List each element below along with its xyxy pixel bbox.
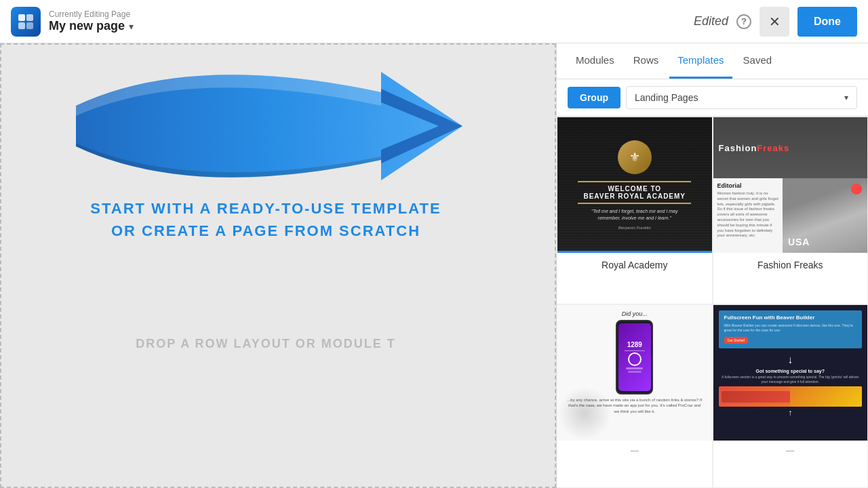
page-name-row: My new page ▾ [49,19,134,33]
templates-grid: ⚜ WELCOME TOBEAVER ROYAL ACADEMY "Tell m… [557,117,868,488]
blue-arrow-graphic [56,52,476,201]
tab-saved[interactable]: Saved [735,43,781,79]
page-info: Currently Editing Page My new page ▾ [49,9,134,33]
header-right: Edited ? ✕ Done [694,7,857,37]
header-left: Currently Editing Page My new page ▾ [11,7,134,37]
fullscreen-name: — [713,441,868,461]
fashion-freaks-thumb-bg: FashionFreaks Editorial Women fashion tr… [713,117,868,253]
royal-academy-header: WELCOME TOBEAVER ROYAL ACADEMY [578,181,691,204]
fashion-dot-accent [851,184,862,195]
royal-academy-progress-bar [557,251,712,253]
svg-rect-3 [26,22,33,29]
royal-academy-thumb-bg: ⚜ WELCOME TOBEAVER ROYAL ACADEMY "Tell m… [557,117,712,253]
fullscreen-thumbnail: Fullscreen Fun with Beaver Builder With … [713,305,868,441]
beaver-cta-text: Got something special to say? [755,369,825,373]
royal-academy-name: Royal Academy [557,253,712,277]
fashion-freaks-name: Fashion Freaks [713,253,868,277]
drop-text: DROP A ROW LAYOUT OR MODULE T [35,337,496,351]
fashion-text-side: Editorial Women fashion truly. It is no … [713,178,783,253]
phone-content: 1289 [625,341,645,373]
tab-templates[interactable]: Templates [669,43,732,79]
canvas-area[interactable]: START WITH A READY-TO-USE TEMPLATE OR CR… [0,43,556,488]
beaver-top-section: Fullscreen Fun with Beaver Builder With … [719,310,863,348]
template-card-fashion-freaks[interactable]: FashionFreaks Editorial Women fashion tr… [713,117,869,304]
page-name: My new page [49,19,125,33]
landing-pages-label: Landing Pages [635,92,698,103]
done-button[interactable]: Done [797,7,857,37]
svg-rect-2 [18,22,25,29]
beaver-get-started-label: Get Started [724,337,749,344]
fashion-top-section: FashionFreaks [713,117,868,178]
arrow-container [56,52,476,201]
fashion-freaks-thumbnail: FashionFreaks Editorial Women fashion tr… [713,117,868,253]
app-icon [11,7,41,37]
phone-mockup: 1289 [616,320,653,394]
tabs-bar: Modules Rows Templates Saved [557,43,868,79]
fashion-desc-text: Women fashion truly. It is no secret tha… [717,191,778,239]
fashion-image-side [783,178,867,253]
beaver-desc-text: With Beaver Builder you can create aweso… [724,323,857,332]
fashion-brand-label: FashionFreaks [719,143,790,153]
royal-academy-author: Benjamin Franklin [618,226,651,230]
beaver-bottom-section: ↓ Got something special to say? A fullsc… [719,351,863,435]
main-layout: START WITH A READY-TO-USE TEMPLATE OR CR… [0,43,868,488]
right-panel: Modules Rows Templates Saved Group Landi… [556,43,868,488]
royal-academy-quote: "Tell me and I forget, teach me and I ma… [589,208,681,222]
group-filter-button[interactable]: Group [568,87,620,108]
help-icon[interactable]: ? [736,14,751,29]
app-template-name: — [557,441,712,461]
svg-rect-0 [18,14,25,21]
currently-editing-label: Currently Editing Page [49,9,134,19]
phone-screen: 1289 [618,323,651,391]
chevron-down-icon[interactable]: ▾ [129,21,134,32]
royal-academy-thumbnail: ⚜ WELCOME TOBEAVER ROYAL ACADEMY "Tell m… [557,117,712,253]
hand-shadow-decoration [557,386,612,441]
filter-row: Group Landing Pages ▾ [557,79,868,117]
beaver-thumb-bg: Fullscreen Fun with Beaver Builder With … [713,305,868,441]
edited-status: Edited [694,14,728,28]
tab-modules[interactable]: Modules [568,43,623,79]
landing-pages-filter-button[interactable]: Landing Pages ▾ [626,86,857,109]
template-card-royal-academy[interactable]: ⚜ WELCOME TOBEAVER ROYAL ACADEMY "Tell m… [557,117,713,304]
fashion-bottom-section: Editorial Women fashion truly. It is no … [713,178,868,253]
start-text: START WITH A READY-TO-USE TEMPLATE OR CR… [35,197,496,242]
header: Currently Editing Page My new page ▾ Edi… [0,0,868,43]
template-card-fullscreen[interactable]: Fullscreen Fun with Beaver Builder With … [713,304,869,488]
did-you-text: Did you... [622,310,648,317]
close-button[interactable]: ✕ [760,7,789,37]
beaver-bottom-image [719,386,863,407]
template-card-app[interactable]: Did you... 1289 [557,304,713,488]
beaver-title-text: Fullscreen Fun with Beaver Builder [724,314,857,321]
app-template-thumbnail: Did you... 1289 [557,305,712,441]
app-thumb-bg: Did you... 1289 [557,305,712,441]
svg-rect-1 [26,14,33,21]
arrow-up-icon: ↑ [788,408,792,418]
arrow-down-icon: ↓ [787,354,793,366]
chevron-filter-icon: ▾ [844,93,848,102]
tab-rows[interactable]: Rows [625,43,667,79]
fashion-editorial-label: Editorial [717,182,778,189]
beaver-sub-text: A fullscreen section is a great way to p… [719,375,863,384]
